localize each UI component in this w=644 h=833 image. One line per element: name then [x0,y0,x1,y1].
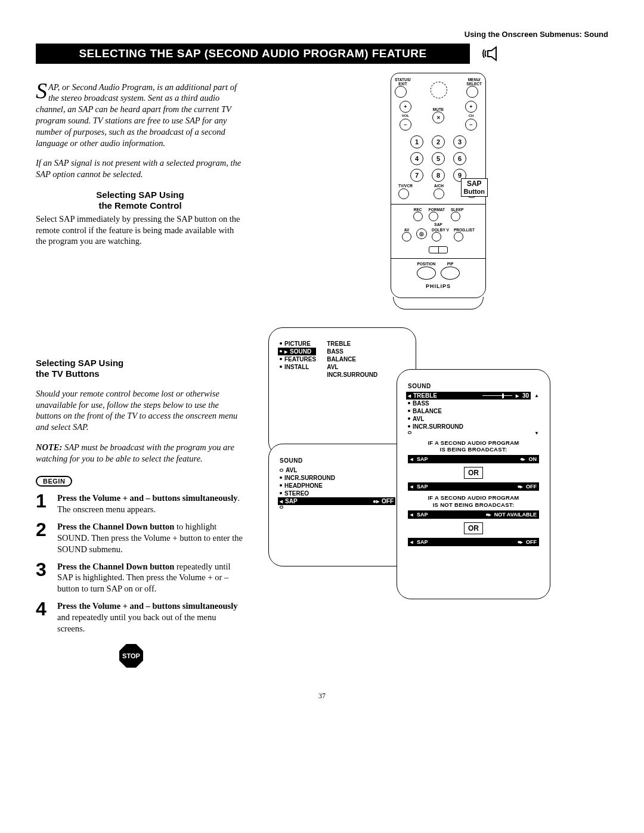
intro-paragraph-1: SSAP, or Second Audio Program, is an add… [36,82,244,149]
remote-base [393,297,484,309]
num-4-button[interactable]: 4 [410,152,423,165]
rec-button[interactable] [413,212,423,221]
s3-bass: BASS [413,400,429,407]
sleep-label: SLEEP [451,208,463,212]
page-number: 37 [36,692,608,701]
menu-sound: SOUND [290,348,311,355]
menu-select-button[interactable] [466,86,478,98]
speaker-icon [482,45,504,63]
power-button[interactable] [431,82,447,98]
or-label-2: OR [464,522,483,534]
brand-label: PHILIPS [395,283,482,289]
num-3-button[interactable]: 3 [453,135,466,148]
step-1-bold: Press the Volume + and – buttons simulta… [57,493,237,503]
vol-label: VOL [402,114,409,117]
page-title-text: SELECTING THE SAP (SECOND AUDIO PROGRAM)… [79,47,426,60]
screen-main-menu: PICTURE ▸SOUND FEATURES INSTALL TREBLE B… [268,327,416,456]
num-8-button[interactable]: 8 [432,169,445,182]
menu-avl: AVL [327,364,338,370]
vol-up-button[interactable]: + [400,101,411,113]
s2-incr: INCR.SURROUND [284,475,335,481]
av-button[interactable] [402,232,411,241]
scroll-down-icon [534,429,539,436]
tvvcr-button[interactable] [398,188,409,199]
section-tvbuttons-note: NOTE: SAP must be broadcast with the pro… [36,442,244,465]
mute-button[interactable]: ✕ [432,112,444,123]
menu-select-label: MENU/ SELECT [466,78,482,86]
menu-treble: TREBLE [327,340,351,347]
step-4-num: 4 [36,600,51,634]
pip-label: PIP [441,262,460,267]
tvvcr-label: TV/VCR [398,184,413,188]
step-4-bold: Press the Volume + and – buttons simulta… [57,601,237,611]
s2-avl: AVL [286,467,297,473]
section1-h-l2: the Remote Control [98,200,181,210]
vol-down-button[interactable]: − [400,119,411,131]
num-1-button[interactable]: 1 [410,135,423,148]
section2-h-l2: the TV Buttons [36,368,100,379]
or-label-1: OR [464,467,483,479]
proglist-label: PROG.LIST [454,228,475,233]
ch-down-button[interactable]: − [465,119,477,131]
stop-text: STOP [122,652,140,659]
step-1-num: 1 [36,493,51,515]
s3-treble: TREBLE [413,392,437,399]
step-2-bold: Press the Channel Down button [57,522,174,531]
pip-button[interactable] [441,267,460,280]
position-button[interactable] [417,267,436,280]
menu-features: FEATURES [284,356,316,363]
screen-sound-submenu: SOUND AVL INCR.SURROUND HEADPHONE STEREO… [268,444,416,566]
dolbyv-label: DOLBY V [432,228,449,233]
menu-bass: BASS [327,348,343,355]
ch-up-button[interactable]: + [465,101,477,113]
s2-sap-value: OFF [382,498,394,504]
menu-install: INSTALL [284,364,309,370]
num-6-button[interactable]: 6 [453,152,466,165]
breadcrumb: Using the Onscreen Submenus: Sound [36,30,608,39]
s2-headphone: HEADPHONE [284,482,323,489]
num-5-button[interactable]: 5 [432,152,445,165]
format-label: FORMAT [429,208,445,212]
onscreen-menu-diagrams: PICTURE ▸SOUND FEATURES INSTALL TREBLE B… [268,327,608,614]
sap-btn-label: SAP [434,222,442,227]
sap-off2-row: ◂SAP●▸OFF [408,538,539,546]
s3-incr: INCR.SURROUND [413,423,463,430]
screen-sound-detail: SOUND ◂TREBLE▸30 BASS BALANCE AVL INCR.S… [397,369,550,599]
mute-label: MUTE [432,108,444,112]
format-button[interactable] [429,212,438,221]
intro-paragraph-2: If an SAP signal is not present with a s… [36,157,244,180]
caption-not-broadcast: IF A SECOND AUDIO PROGRAMIS NOT BEING BR… [408,494,539,508]
ch-label: CH [469,114,474,117]
s2-title: SOUND [280,457,405,464]
s3-avl: AVL [413,416,424,422]
step-4: 4 Press the Volume + and – buttons simul… [36,600,244,634]
section2-h-l1: Selecting SAP Using [36,358,123,368]
menu-balance: BALANCE [327,356,356,363]
s3-balance: BALANCE [413,408,442,414]
num-2-button[interactable]: 2 [432,135,445,148]
sap-callout-l1: SAP [464,180,485,188]
dolbyv-button[interactable] [432,232,441,241]
s2-sap: SAP [285,498,298,504]
section-remote-body: Select SAP immediately by pressing the S… [36,213,244,247]
svg-marker-0 [488,47,496,60]
scroll-up-icon [534,392,539,398]
sleep-button[interactable] [451,212,460,221]
center-ring-button[interactable]: ◎ [416,228,427,239]
sap-na-row: ◂SAP●▸NOT AVAILABLE [408,510,539,519]
remote-diagram: STATUS/ EXIT MENU/ SELECT + VOL − [391,73,486,309]
sap-callout-l2: Button [464,188,485,195]
sap-off-row: ◂SAP●▸OFF [408,482,539,491]
proglist-button[interactable] [454,232,463,241]
sap-callout: SAP Button [461,178,488,197]
ach-button[interactable] [434,188,444,199]
rec-label: REC [413,208,423,212]
sap-on-row: ◂SAP●▸ON [408,455,539,463]
note-body: SAP must be broadcast with the program y… [36,442,234,463]
step-4-rest: and repeatedly until you back out of the… [57,612,216,633]
status-exit-button[interactable] [395,86,407,98]
num-7-button[interactable]: 7 [410,169,423,182]
page-title: SELECTING THE SAP (SECOND AUDIO PROGRAM)… [36,44,470,64]
s3-treble-val: 30 [522,392,529,399]
menu-incr-surround: INCR.SURROUND [327,371,377,378]
